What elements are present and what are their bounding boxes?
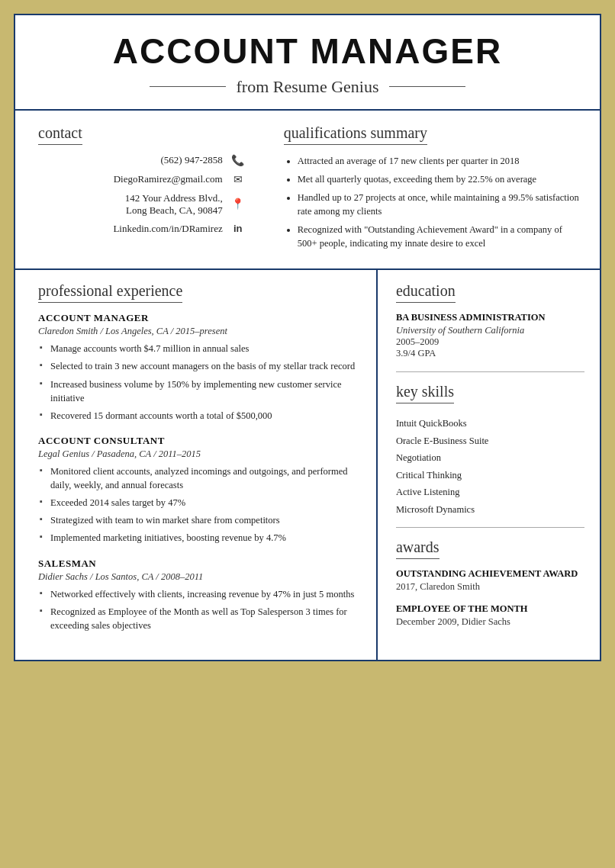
job-subtitle-2: Legal Genius / Pasadena, CA / 2011–2015 xyxy=(38,448,361,460)
header-section: ACCOUNT MANAGER from Resume Genius xyxy=(15,15,600,111)
contact-address-text: 142 Your Address Blvd.,Long Beach, CA, 9… xyxy=(38,192,223,217)
award-subtitle-1: 2017, Claredon Smith xyxy=(396,581,584,593)
resume-title: ACCOUNT MANAGER xyxy=(38,32,577,71)
award-subtitle-2: December 2009, Didier Sachs xyxy=(396,616,584,628)
education-block: BA BUSINESS ADMINISTRATION University of… xyxy=(396,312,584,359)
email-icon: ✉ xyxy=(230,173,246,186)
job-bullets-2: Monitored client accounts, analyzed inco… xyxy=(38,465,361,545)
award-title-2: EMPLOYEE OF THE MONTH xyxy=(396,603,584,615)
qual-item: Attracted an average of 17 new clients p… xyxy=(298,154,581,168)
edu-dates: 2005–2009 xyxy=(396,336,584,348)
job-title-1: ACCOUNT MANAGER xyxy=(38,312,361,324)
education-label: education xyxy=(396,282,456,303)
contact-phone-text: (562) 947-2858 xyxy=(38,154,223,166)
bullet: Implemented marketing initiatives, boost… xyxy=(38,531,361,545)
skills-list: Intuit QuickBooks Oracle E-Business Suit… xyxy=(396,417,584,516)
skill-item: Microsoft Dynamics xyxy=(396,503,584,517)
job-salesman: SALESMAN Didier Sachs / Los Santos, CA /… xyxy=(38,558,361,632)
job-account-manager: ACCOUNT MANAGER Claredon Smith / Los Ang… xyxy=(38,312,361,423)
award-title-1: OUTSTANDING ACHIEVEMENT AWARD xyxy=(396,568,584,580)
qualifications-label: qualifications summary xyxy=(284,124,427,145)
experience-label: professional experience xyxy=(38,282,182,303)
job-title-3: SALESMAN xyxy=(38,558,361,570)
bullet: Recovered 15 dormant accounts worth a to… xyxy=(38,409,361,423)
linkedin-icon: in xyxy=(230,223,246,234)
job-bullets-3: Networked effectively with clients, incr… xyxy=(38,587,361,632)
contact-linkedin: Linkedin.com/in/DRamirez in xyxy=(38,223,246,235)
skills-label: key skills xyxy=(396,383,454,403)
contact-label: contact xyxy=(38,124,82,145)
contact-linkedin-text: Linkedin.com/in/DRamirez xyxy=(38,223,223,235)
edu-school: University of Southern California xyxy=(396,325,584,336)
contact-email-text: DiegoRamirez@gmail.com xyxy=(38,173,223,185)
contact-phone: (562) 947-2858 📞 xyxy=(38,154,246,167)
location-icon: 📍 xyxy=(230,198,246,211)
job-bullets-1: Manage accounts worth $4.7 million in an… xyxy=(38,342,361,423)
skill-item: Oracle E-Business Suite xyxy=(396,435,584,448)
award-2: EMPLOYEE OF THE MONTH December 2009, Did… xyxy=(396,603,584,628)
from-line: from Resume Genius xyxy=(38,77,577,97)
contact-section: contact (562) 947-2858 📞 DiegoRamirez@gm… xyxy=(15,111,261,269)
resume-document: ACCOUNT MANAGER from Resume Genius conta… xyxy=(14,14,601,661)
job-subtitle-3: Didier Sachs / Los Santos, CA / 2008–201… xyxy=(38,571,361,583)
contact-list: (562) 947-2858 📞 DiegoRamirez@gmail.com … xyxy=(38,154,246,235)
skill-item: Negotiation xyxy=(396,452,584,465)
job-subtitle-1: Claredon Smith / Los Angeles, CA / 2015–… xyxy=(38,326,361,337)
divider-2 xyxy=(396,527,584,528)
awards-label: awards xyxy=(396,538,440,559)
divider-1 xyxy=(396,371,584,372)
edu-gpa: 3.9/4 GPA xyxy=(396,348,584,359)
qual-item: Met all quarterly quotas, exceeding them… xyxy=(298,172,581,186)
qual-item: Recognized with "Outstanding Achievement… xyxy=(298,223,581,250)
skill-item: Intuit QuickBooks xyxy=(396,417,584,431)
qualifications-list: Attracted an average of 17 new clients p… xyxy=(284,154,581,251)
bullet: Strategized with team to win market shar… xyxy=(38,513,361,527)
bullet: Increased business volume by 150% by imp… xyxy=(38,378,361,405)
qualifications-section: qualifications summary Attracted an aver… xyxy=(261,111,600,269)
skill-item: Critical Thinking xyxy=(396,469,584,483)
qual-item: Handled up to 27 projects at once, while… xyxy=(298,191,581,218)
top-two-col: contact (562) 947-2858 📞 DiegoRamirez@gm… xyxy=(15,111,600,271)
award-1: OUTSTANDING ACHIEVEMENT AWARD 2017, Clar… xyxy=(396,568,584,593)
bullet: Monitored client accounts, analyzed inco… xyxy=(38,465,361,492)
bullet: Recognized as Employee of the Month as w… xyxy=(38,605,361,632)
experience-section: professional experience ACCOUNT MANAGER … xyxy=(15,270,378,660)
contact-email: DiegoRamirez@gmail.com ✉ xyxy=(38,173,246,186)
bullet: Selected to train 3 new account managers… xyxy=(38,359,361,373)
job-account-consultant: ACCOUNT CONSULTANT Legal Genius / Pasade… xyxy=(38,435,361,545)
edu-degree: BA BUSINESS ADMINISTRATION xyxy=(396,312,584,323)
bullet: Networked effectively with clients, incr… xyxy=(38,587,361,601)
skill-item: Active Listening xyxy=(396,486,584,500)
job-title-2: ACCOUNT CONSULTANT xyxy=(38,435,361,447)
right-section: education BA BUSINESS ADMINISTRATION Uni… xyxy=(378,270,600,660)
main-two-col: professional experience ACCOUNT MANAGER … xyxy=(15,270,600,660)
contact-address: 142 Your Address Blvd.,Long Beach, CA, 9… xyxy=(38,192,246,217)
phone-icon: 📞 xyxy=(230,154,246,167)
bullet: Manage accounts worth $4.7 million in an… xyxy=(38,342,361,355)
bullet: Exceeded 2014 sales target by 47% xyxy=(38,496,361,510)
